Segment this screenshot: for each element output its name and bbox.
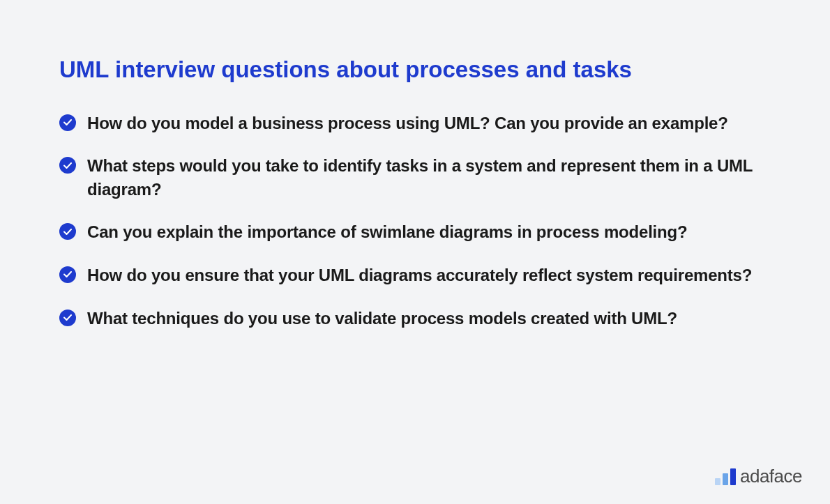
check-circle-icon	[59, 310, 76, 326]
check-circle-icon	[59, 157, 76, 174]
list-item: Can you explain the importance of swimla…	[59, 220, 771, 244]
logo-bars-icon	[715, 468, 736, 485]
list-item: What techniques do you use to validate p…	[59, 307, 771, 330]
question-text: How do you model a business process usin…	[87, 112, 728, 135]
list-item: How do you model a business process usin…	[59, 112, 771, 135]
question-text: What techniques do you use to validate p…	[87, 307, 677, 330]
logo-text: adaface	[740, 466, 802, 487]
question-text: Can you explain the importance of swimla…	[87, 220, 687, 244]
check-circle-icon	[59, 114, 76, 131]
list-item: How do you ensure that your UML diagrams…	[59, 264, 771, 287]
brand-logo: adaface	[715, 466, 802, 487]
question-text: How do you ensure that your UML diagrams…	[87, 264, 752, 287]
page-heading: UML interview questions about processes …	[59, 56, 771, 84]
question-list: How do you model a business process usin…	[59, 112, 771, 330]
check-circle-icon	[59, 266, 76, 283]
list-item: What steps would you take to identify ta…	[59, 154, 771, 201]
question-text: What steps would you take to identify ta…	[87, 154, 771, 201]
check-circle-icon	[59, 223, 76, 240]
